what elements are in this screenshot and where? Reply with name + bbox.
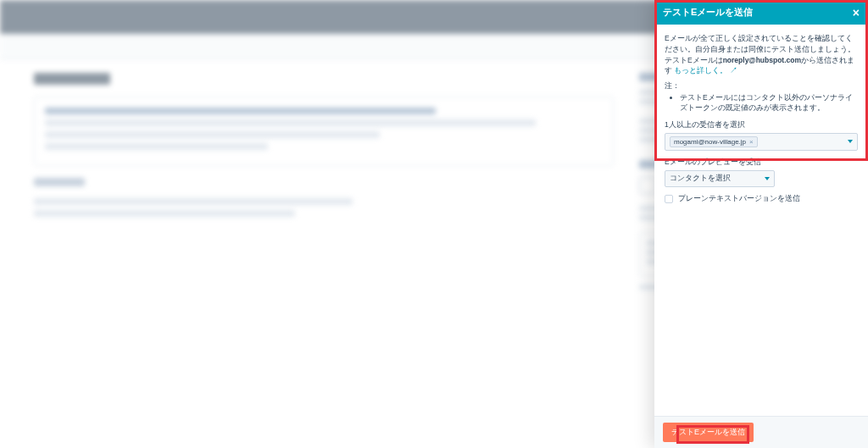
panel-footer: テストEメールを送信 xyxy=(654,416,868,448)
recipient-chip: mogami@now-village.jp × xyxy=(670,136,758,147)
recipient-chip-text: mogami@now-village.jp xyxy=(674,138,746,146)
send-test-email-button[interactable]: テストEメールを送信 xyxy=(663,423,754,442)
preview-label: Eメールのプレビューを受信 xyxy=(665,158,858,168)
external-link-icon: ↗ xyxy=(730,66,737,75)
preview-contact-select[interactable]: コンタクトを選択 xyxy=(665,170,775,187)
plaintext-label: プレーンテキストバージョンを送信 xyxy=(678,194,800,204)
learn-more-text: もっと詳しく。 xyxy=(674,66,727,75)
recipients-label: 1人以上の受信者を選択 xyxy=(665,120,858,130)
recipients-select[interactable]: mogami@now-village.jp × xyxy=(665,133,858,151)
note-list: テストEメールにはコンタクト以外のパーソナライズトークンの既定値のみが表示されま… xyxy=(680,93,858,113)
preview-placeholder: コンタクトを選択 xyxy=(670,174,731,184)
chevron-down-icon xyxy=(765,177,770,180)
test-email-panel: テストEメールを送信 × Eメールが全て正しく設定されていることを確認してくださ… xyxy=(654,0,868,448)
chip-remove-icon[interactable]: × xyxy=(749,138,754,146)
panel-body: Eメールが全て正しく設定されていることを確認してください。自分自身または同僚にテ… xyxy=(654,25,868,416)
panel-header: テストEメールを送信 × xyxy=(654,0,868,25)
plaintext-checkbox[interactable] xyxy=(665,195,673,203)
chevron-down-icon xyxy=(848,140,853,143)
plaintext-row[interactable]: プレーンテキストバージョンを送信 xyxy=(665,194,858,204)
close-icon[interactable]: × xyxy=(853,7,860,19)
learn-more-link[interactable]: もっと詳しく。 ↗ xyxy=(674,66,737,75)
note-label: 注： xyxy=(665,81,858,91)
intro-sender: noreply@hubspot.com xyxy=(723,56,801,64)
panel-title: テストEメールを送信 xyxy=(663,6,753,19)
intro-text: Eメールが全て正しく設定されていることを確認してください。自分自身または同僚にテ… xyxy=(665,33,858,76)
note-item: テストEメールにはコンタクト以外のパーソナライズトークンの既定値のみが表示されま… xyxy=(680,93,858,113)
